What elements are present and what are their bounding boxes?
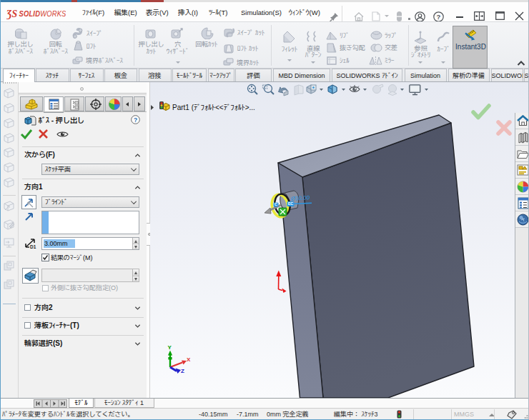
svg-text:Y: Y [168,344,172,351]
svg-text:Part1 (ﾃﾞﾌｫﾙﾄ<<ﾃﾞﾌｫﾙﾄ>...: Part1 (ﾃﾞﾌｫﾙﾄ<<ﾃﾞﾌｫﾙﾄ>... [172,104,255,111]
svg-text:?: ? [437,13,441,21]
svg-text:Z: Z [181,368,184,374]
svg-text:EC: EC [288,201,294,206]
svg-text:?: ? [134,116,137,124]
svg-text:SOLIDWORKS: SOLIDWORKS [19,10,66,18]
svg-text:C: C [275,202,277,206]
svg-text:D1: D1 [30,244,36,249]
svg-text:X: X [187,356,191,363]
svg-text:ƷS: ƷS [6,8,17,19]
